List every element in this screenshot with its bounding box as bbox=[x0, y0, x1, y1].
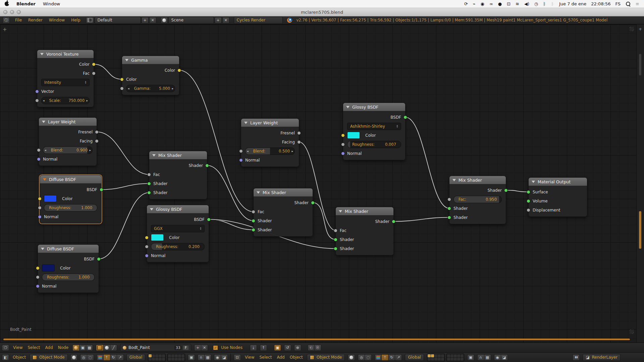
color-swatch[interactable] bbox=[44, 195, 57, 202]
socket-bsdf_out[interactable] bbox=[100, 188, 103, 191]
close-scene-button[interactable]: ✕ bbox=[222, 17, 229, 23]
vpl-orientation-selector[interactable]: Global bbox=[126, 354, 145, 361]
value-slider[interactable]: Roughness:0.007 bbox=[347, 141, 401, 148]
node-output[interactable]: Material OutputSurfaceVolumeDisplacement bbox=[528, 177, 587, 217]
area-resize-grip-bottom[interactable] bbox=[630, 329, 634, 334]
collapse-triangle-icon[interactable] bbox=[152, 154, 156, 157]
collapse-triangle-icon[interactable] bbox=[43, 178, 46, 181]
bluetooth-dim-icon[interactable]: ᛒ bbox=[551, 2, 554, 6]
value-slider[interactable]: Roughness:1.000 bbox=[42, 274, 95, 281]
layer-dot[interactable] bbox=[155, 354, 158, 357]
socket-fac_in[interactable] bbox=[252, 210, 255, 214]
layer-dot[interactable] bbox=[149, 358, 152, 361]
value-slider[interactable]: ◂Blend:0.900▸ bbox=[43, 146, 93, 154]
wifi-icon[interactable]: ≋ bbox=[516, 2, 519, 6]
texture-nodes-toggle[interactable]: ▣ bbox=[79, 345, 86, 351]
socket-facing_out[interactable] bbox=[297, 140, 301, 144]
node-link[interactable] bbox=[394, 218, 449, 222]
node-header[interactable]: Diffuse BSDF bbox=[38, 245, 99, 253]
collapse-triangle-icon[interactable] bbox=[244, 122, 248, 124]
node-lw2[interactable]: Layer WeightFresnelFacing◂Blend:0.500▸No… bbox=[241, 118, 299, 167]
vpl-pivot-selector[interactable]: ◎ bbox=[80, 354, 87, 361]
color-swatch[interactable] bbox=[151, 234, 164, 241]
layer-dot[interactable] bbox=[175, 354, 178, 357]
socket-facing_out[interactable] bbox=[95, 139, 99, 143]
vertical-scrollbar-handle-secondary[interactable] bbox=[639, 54, 641, 75]
collapse-triangle-icon[interactable] bbox=[125, 59, 128, 61]
node-voronoi[interactable]: Voronoi TextureColorFacIntensity▴▾Vector… bbox=[37, 50, 94, 107]
value-slider[interactable]: Fac:0.950 bbox=[453, 196, 502, 203]
compositing-nodes-toggle[interactable]: ▩ bbox=[86, 345, 93, 351]
node-mix1[interactable]: Mix ShaderShaderFacShaderShader bbox=[149, 151, 207, 199]
socket-shader1_in[interactable] bbox=[147, 182, 151, 185]
socket-fac_in[interactable] bbox=[147, 173, 151, 176]
go-to-parent-button[interactable]: ↑ bbox=[260, 345, 267, 351]
slider-right-arrow-icon[interactable]: ▸ bbox=[172, 87, 173, 90]
socket-shader_out[interactable] bbox=[504, 188, 508, 192]
menu-help[interactable]: Help bbox=[70, 18, 81, 22]
node-menu-add[interactable]: Add bbox=[44, 345, 54, 350]
minimize-window-button[interactable] bbox=[10, 10, 14, 14]
node-header[interactable]: Layer Weight bbox=[241, 119, 299, 127]
socket-gamma_in[interactable] bbox=[120, 86, 124, 90]
node-gamma[interactable]: GammaColorColor◂Gamma:5.000▸ bbox=[122, 56, 179, 95]
socket-fresnel_out[interactable] bbox=[297, 131, 301, 135]
layer-dot[interactable] bbox=[168, 354, 171, 357]
layer-dot[interactable] bbox=[431, 354, 434, 357]
linestyle-shader-toggle[interactable]: ╱ bbox=[110, 345, 117, 351]
collapse-triangle-icon[interactable] bbox=[150, 208, 153, 210]
properties-expand-icon[interactable]: + bbox=[639, 26, 642, 32]
vpl-menu-object[interactable]: Object bbox=[12, 355, 27, 360]
node-header[interactable]: Mix Shader bbox=[254, 188, 313, 197]
notification-center-icon[interactable]: ≡ bbox=[636, 2, 639, 6]
editor-type-button-3dview-left[interactable]: ◧ bbox=[2, 354, 9, 361]
node-header[interactable]: Material Output bbox=[529, 178, 587, 186]
socket-rough_in[interactable] bbox=[341, 142, 345, 146]
vpl-layers-widget[interactable] bbox=[148, 354, 185, 361]
collapse-triangle-icon[interactable] bbox=[532, 181, 535, 183]
pointer-tool-icon[interactable]: ⌁ bbox=[473, 2, 476, 6]
socket-color_out[interactable] bbox=[177, 68, 181, 72]
slider-left-arrow-icon[interactable]: ◂ bbox=[128, 87, 129, 90]
layer-dot[interactable] bbox=[438, 354, 441, 357]
node-menu-select[interactable]: Select bbox=[26, 345, 41, 350]
bluetooth-icon[interactable]: ᛒ bbox=[543, 2, 546, 6]
value-slider[interactable]: ◂Gamma:5.000▸ bbox=[126, 85, 175, 92]
layer-dot[interactable] bbox=[175, 358, 178, 361]
node-glossy1[interactable]: Glossy BSDFBSDFAshikhmin-Shirley▴▾ColorR… bbox=[343, 103, 406, 160]
slider-right-arrow-icon[interactable]: ▸ bbox=[89, 148, 91, 152]
vpr-layers-widget[interactable] bbox=[427, 354, 464, 361]
vpr-shading-selector[interactable] bbox=[348, 354, 355, 361]
node-header[interactable]: Mix Shader bbox=[336, 207, 393, 216]
vpr-mode-selector[interactable]: Object Mode bbox=[307, 354, 345, 361]
socket-disp_in[interactable] bbox=[527, 208, 530, 212]
socket-color_in[interactable] bbox=[341, 133, 345, 137]
node-link[interactable] bbox=[313, 203, 336, 240]
layer-dot[interactable] bbox=[168, 358, 171, 361]
menu-file[interactable]: File bbox=[14, 18, 23, 22]
vpr-scale-manipulator[interactable]: ↗ bbox=[395, 354, 402, 361]
fake-user-button[interactable]: F bbox=[183, 346, 189, 350]
pause-button[interactable]: ▮▮ bbox=[573, 354, 580, 361]
zoom-window-button[interactable] bbox=[17, 10, 21, 14]
time-machine-icon[interactable]: ◷ bbox=[534, 2, 538, 6]
collapse-triangle-icon[interactable] bbox=[40, 53, 44, 55]
enum-dropdown[interactable]: GGX▴▾ bbox=[151, 225, 205, 232]
vpl-snap-element-selector[interactable]: ▦ bbox=[204, 354, 211, 361]
vpr-menu-object[interactable]: Object bbox=[289, 355, 304, 360]
layer-dot[interactable] bbox=[159, 358, 162, 361]
socket-normal_in[interactable] bbox=[239, 158, 243, 162]
unlink-material-button[interactable]: ✕ bbox=[201, 345, 208, 351]
node-header[interactable]: Glossy BSDF bbox=[147, 205, 209, 214]
socket-bsdf_out[interactable] bbox=[207, 218, 211, 221]
socket-surface_in[interactable] bbox=[527, 190, 530, 194]
layer-dot[interactable] bbox=[171, 354, 174, 357]
vpr-menu-add[interactable]: Add bbox=[276, 355, 285, 360]
socket-fac_out[interactable] bbox=[92, 71, 96, 75]
vpr-manipulator-toggle[interactable] bbox=[375, 354, 382, 361]
menubar-clock[interactable]: 22:08:56 bbox=[591, 1, 610, 6]
node-header[interactable]: Layer Weight bbox=[39, 118, 97, 126]
vpr-snap-magnet-toggle[interactable]: ∩ bbox=[477, 354, 484, 361]
socket-shader_out[interactable] bbox=[311, 201, 315, 204]
layer-dot[interactable] bbox=[152, 354, 155, 357]
